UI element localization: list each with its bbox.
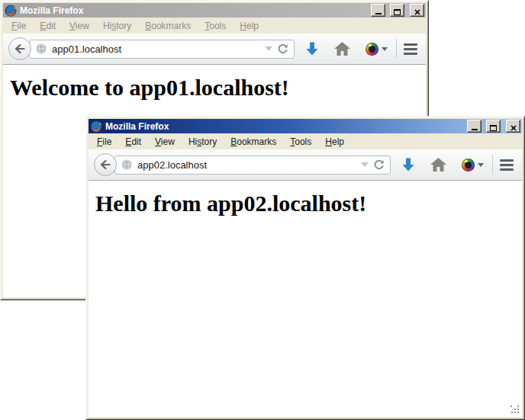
menu-item-bookmarks[interactable]: Bookmarks [138, 19, 198, 33]
maximize-icon[interactable] [390, 4, 404, 17]
menu-item-edit[interactable]: Edit [33, 19, 63, 33]
page-heading: Welcome to app01.localhost! [10, 75, 426, 101]
color-wheel-button[interactable] [462, 159, 484, 172]
navigation-toolbar: app02.localhost [89, 149, 522, 181]
menu-item-help[interactable]: Help [318, 135, 351, 149]
window-title: Mozilla Firefox [105, 121, 462, 132]
dropdown-caret-icon [478, 163, 484, 167]
menu-bar: FileEditViewHistoryBookmarksToolsHelp [89, 133, 522, 149]
color-wheel-icon [366, 43, 378, 56]
close-icon[interactable] [506, 120, 520, 133]
url-bar[interactable]: app02.localhost [114, 155, 391, 175]
url-input[interactable]: app02.localhost [137, 159, 356, 171]
firefox-window-app02[interactable]: Mozilla Firefox FileEditViewHistoryBookm… [85, 116, 525, 420]
titlebar[interactable]: Mozilla Firefox [89, 119, 522, 133]
close-icon[interactable] [410, 4, 424, 17]
page-content: Hello from app02.localhost! [89, 181, 522, 417]
home-icon[interactable] [430, 158, 446, 172]
menu-item-edit[interactable]: Edit [118, 135, 148, 149]
toolbar-separator [396, 39, 397, 59]
url-input[interactable]: app01.localhost [52, 43, 260, 55]
dropdown-caret-icon [382, 47, 388, 51]
menu-item-tools[interactable]: Tools [283, 135, 318, 149]
download-arrow-icon[interactable] [401, 157, 415, 172]
window-title: Mozilla Firefox [20, 5, 366, 16]
menu-item-bookmarks[interactable]: Bookmarks [224, 135, 283, 149]
chevron-down-icon[interactable] [361, 162, 369, 167]
color-wheel-icon [462, 159, 475, 172]
menu-bar: FileEditViewHistoryBookmarksToolsHelp [3, 18, 426, 34]
back-button[interactable] [94, 153, 117, 176]
menu-item-tools[interactable]: Tools [198, 19, 233, 33]
home-icon[interactable] [334, 42, 350, 56]
menu-item-history[interactable]: History [182, 135, 224, 149]
menu-item-help[interactable]: Help [233, 19, 266, 33]
download-arrow-icon[interactable] [305, 41, 319, 56]
minimize-icon[interactable] [371, 4, 385, 17]
toolbar-separator [492, 155, 493, 175]
globe-icon[interactable] [35, 43, 47, 55]
minimize-icon[interactable] [467, 120, 482, 133]
chevron-down-icon[interactable] [265, 46, 272, 51]
menu-item-view[interactable]: View [63, 19, 96, 33]
navigation-toolbar: app01.localhost [3, 34, 426, 65]
menu-item-file[interactable]: File [90, 135, 118, 149]
resize-grip[interactable] [511, 406, 520, 415]
menu-item-history[interactable]: History [96, 19, 138, 33]
hamburger-menu-icon[interactable] [500, 159, 514, 171]
maximize-icon[interactable] [486, 120, 501, 133]
back-button[interactable] [8, 37, 31, 60]
page-heading: Hello from app02.localhost! [95, 191, 522, 216]
globe-icon[interactable] [121, 159, 133, 171]
firefox-logo-icon [90, 120, 102, 133]
firefox-logo-icon [5, 5, 17, 17]
menu-item-file[interactable]: File [5, 19, 33, 33]
reload-icon[interactable] [277, 43, 288, 55]
hamburger-menu-icon[interactable] [404, 43, 417, 55]
titlebar[interactable]: Mozilla Firefox [3, 3, 426, 18]
color-wheel-button[interactable] [366, 43, 388, 56]
url-bar[interactable]: app01.localhost [29, 40, 295, 59]
menu-item-view[interactable]: View [148, 135, 182, 149]
reload-icon[interactable] [373, 159, 385, 171]
